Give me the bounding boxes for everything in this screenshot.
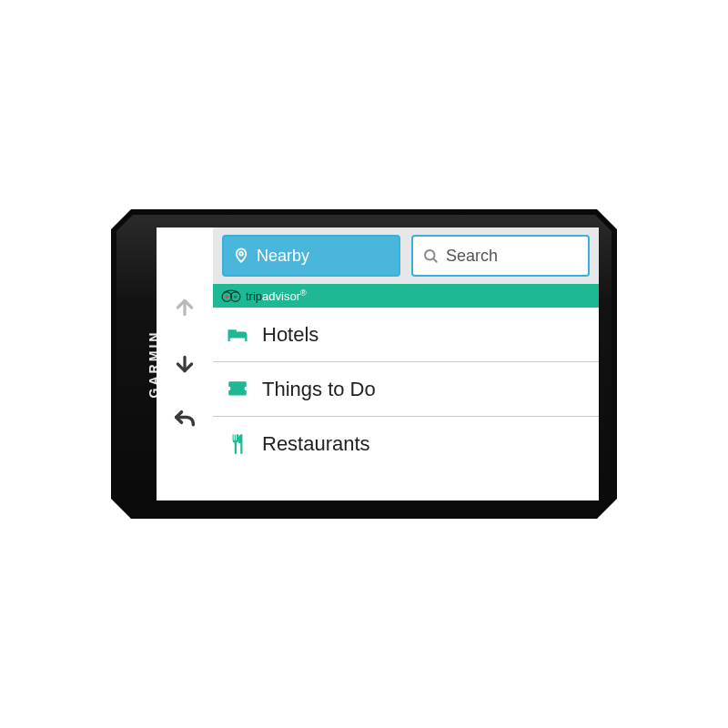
tripadvisor-suffix: advisor bbox=[262, 289, 300, 303]
list-item-things-to-do[interactable]: Things to Do bbox=[213, 362, 599, 417]
scroll-down-button[interactable] bbox=[168, 348, 201, 380]
nearby-label: Nearby bbox=[257, 247, 309, 266]
device-frame: GARMIN bbox=[111, 209, 617, 519]
arrow-down-icon bbox=[173, 352, 197, 376]
arrow-up-icon bbox=[173, 296, 197, 319]
search-button[interactable]: Search bbox=[411, 235, 590, 277]
main-panel: Nearby Search bbox=[213, 228, 599, 500]
fork-knife-icon bbox=[224, 430, 251, 458]
tripadvisor-bar: tripadvisor® bbox=[213, 284, 599, 308]
bed-icon bbox=[224, 321, 251, 349]
ticket-icon bbox=[224, 376, 251, 403]
list-item-label: Restaurants bbox=[262, 432, 370, 456]
list-item-restaurants[interactable]: Restaurants bbox=[213, 417, 599, 471]
tripadvisor-prefix: trip bbox=[246, 289, 262, 303]
back-button[interactable] bbox=[168, 404, 201, 437]
tripadvisor-brand: tripadvisor® bbox=[246, 288, 307, 303]
list-item-hotels[interactable]: Hotels bbox=[213, 308, 599, 362]
scroll-up-button bbox=[168, 291, 201, 324]
svg-point-0 bbox=[239, 252, 243, 256]
nearby-button[interactable]: Nearby bbox=[222, 235, 400, 277]
header-bar: Nearby Search bbox=[213, 228, 599, 284]
category-list: Hotels Things to Do Restaurants bbox=[213, 308, 599, 500]
screen: Nearby Search bbox=[157, 228, 599, 500]
back-curved-arrow-icon bbox=[172, 408, 197, 433]
tripadvisor-owl-icon bbox=[220, 289, 240, 302]
sidebar bbox=[157, 228, 213, 500]
pin-icon bbox=[233, 248, 249, 264]
svg-point-5 bbox=[234, 295, 238, 298]
tripadvisor-registered: ® bbox=[300, 288, 307, 298]
list-item-label: Things to Do bbox=[262, 378, 376, 401]
list-item-label: Hotels bbox=[262, 323, 318, 347]
search-placeholder: Search bbox=[446, 247, 498, 266]
search-icon bbox=[422, 248, 439, 264]
svg-point-4 bbox=[226, 295, 229, 298]
